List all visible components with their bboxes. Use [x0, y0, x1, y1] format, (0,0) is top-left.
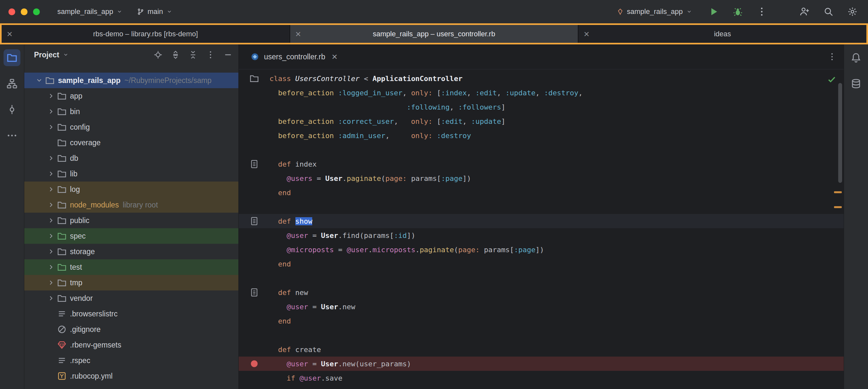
window-tab[interactable]: ×rbs-demo – library.rbs [rbs-demo]: [2, 25, 289, 43]
select-opened-file-button[interactable]: [154, 50, 163, 59]
hide-panel-button[interactable]: [223, 50, 232, 59]
window-tab[interactable]: ×ideas: [578, 25, 866, 43]
project-widget[interactable]: sample_rails_app: [53, 5, 127, 19]
structure-tool-button[interactable]: [4, 75, 21, 92]
tree-item-gitignore[interactable]: .gitignore: [24, 322, 238, 337]
code-line[interactable]: if @user.save: [239, 371, 844, 385]
code-line[interactable]: @user = User.find(params[:id]): [239, 228, 844, 243]
tree-item-public[interactable]: public: [24, 213, 238, 228]
chevron-right-icon[interactable]: [45, 107, 57, 116]
tree-item-browserslistrc[interactable]: .browserslistrc: [24, 306, 238, 322]
chevron-right-icon[interactable]: [45, 278, 57, 287]
tree-item-app[interactable]: app: [24, 88, 238, 104]
code-line[interactable]: end: [239, 314, 844, 328]
code-line[interactable]: class UsersController < ApplicationContr…: [239, 71, 844, 86]
code-line[interactable]: end: [239, 257, 844, 271]
code-line[interactable]: @users = User.paginate(page: params[:pag…: [239, 171, 844, 186]
run-button[interactable]: [707, 4, 721, 19]
editor-scrollbar[interactable]: [838, 83, 842, 183]
code-line[interactable]: def create: [239, 342, 844, 357]
folder-icon[interactable]: [239, 74, 270, 83]
tree-item-coverage[interactable]: coverage: [24, 135, 238, 150]
code-line[interactable]: def index: [239, 157, 844, 171]
tree-item-node_modules[interactable]: node_moduleslibrary root: [24, 197, 238, 213]
tree-item-storage[interactable]: storage: [24, 244, 238, 259]
chevron-right-icon[interactable]: [45, 216, 57, 225]
chevron-right-icon[interactable]: [45, 92, 57, 100]
page-icon[interactable]: [239, 216, 270, 226]
locate-icon: [154, 50, 163, 59]
chevron-down-icon[interactable]: [33, 76, 45, 85]
tree-item-config[interactable]: config: [24, 119, 238, 135]
chevron-right-icon[interactable]: [45, 294, 57, 302]
tree-item-spec[interactable]: spec: [24, 228, 238, 244]
editor-options-button[interactable]: [828, 52, 837, 61]
code-line[interactable]: def show: [239, 214, 844, 228]
expand-all-button[interactable]: [171, 50, 180, 59]
close-tab-button[interactable]: ×: [332, 52, 338, 62]
panel-options-button[interactable]: [206, 50, 215, 59]
gear-icon: [847, 6, 858, 17]
code-line[interactable]: before_action :admin_user, only: :destro…: [239, 128, 844, 143]
chevron-right-icon[interactable]: [45, 263, 57, 271]
chevron-right-icon[interactable]: [45, 170, 57, 178]
more-actions-button[interactable]: [755, 4, 769, 19]
code-line[interactable]: before_action :correct_user, only: [:edi…: [239, 114, 844, 128]
tree-item-sample_rails_app[interactable]: sample_rails_app~/RubymineProjects/samp: [24, 73, 238, 88]
code-with-me-button[interactable]: [797, 4, 812, 19]
code-line[interactable]: end: [239, 186, 844, 200]
minimize-window-button[interactable]: [21, 8, 28, 15]
close-window-button[interactable]: [8, 8, 15, 15]
collapse-all-button[interactable]: [188, 50, 197, 59]
tree-item-rubocopyml[interactable]: .rubocop.yml: [24, 368, 238, 384]
vcs-branch-widget[interactable]: main: [132, 5, 177, 19]
page-icon[interactable]: [239, 287, 270, 297]
run-configuration-selector[interactable]: sample_rails_app: [612, 5, 697, 19]
chevron-right-icon[interactable]: [45, 247, 57, 256]
settings-button[interactable]: [845, 4, 860, 19]
fullscreen-window-button[interactable]: [33, 8, 40, 15]
code-editor[interactable]: class UsersController < ApplicationContr…: [239, 70, 844, 389]
chevron-right-icon[interactable]: [45, 123, 57, 131]
chevron-right-icon[interactable]: [45, 154, 57, 162]
tree-item-tmp[interactable]: tmp: [24, 275, 238, 290]
code-line[interactable]: [239, 271, 844, 285]
code-line[interactable]: [239, 200, 844, 214]
chevron-right-icon[interactable]: [45, 201, 57, 209]
project-view-selector[interactable]: Project: [34, 51, 69, 59]
tree-item-db[interactable]: db: [24, 150, 238, 166]
search-everywhere-button[interactable]: [822, 4, 836, 19]
code-line[interactable]: :following, :followers]: [239, 100, 844, 114]
code-line[interactable]: @user = User.new: [239, 300, 844, 314]
code-line[interactable]: def new: [239, 285, 844, 300]
inspections-status-icon[interactable]: [827, 75, 837, 84]
commit-tool-button[interactable]: [4, 101, 21, 118]
code-text: @user = User.find(params[:id]): [270, 231, 415, 240]
breakpoint-icon[interactable]: [239, 359, 270, 368]
chevron-right-icon[interactable]: [45, 232, 57, 240]
window-tab-close-button[interactable]: ×: [7, 29, 12, 39]
chevron-right-icon[interactable]: [45, 185, 57, 194]
window-tab-close-button[interactable]: ×: [584, 29, 589, 39]
code-line[interactable]: @user = User.new(user_params): [239, 357, 844, 371]
page-icon[interactable]: [239, 159, 270, 169]
window-tab[interactable]: ×sample_rails_app – users_controller.rb: [289, 25, 578, 43]
tree-item-vendor[interactable]: vendor: [24, 290, 238, 306]
code-line[interactable]: @microposts = @user.microposts.paginate(…: [239, 243, 844, 257]
code-line[interactable]: [239, 328, 844, 342]
tree-item-lib[interactable]: lib: [24, 166, 238, 182]
project-tool-button[interactable]: [4, 49, 21, 66]
editor-tab-users-controller[interactable]: users_controller.rb ×: [247, 45, 341, 69]
code-line[interactable]: [239, 143, 844, 157]
debug-button[interactable]: [731, 4, 745, 19]
more-tool-windows-button[interactable]: [4, 127, 21, 144]
tree-item-bin[interactable]: bin: [24, 104, 238, 119]
window-tab-close-button[interactable]: ×: [296, 29, 301, 39]
notifications-button[interactable]: [847, 49, 864, 66]
tree-item-test[interactable]: test: [24, 259, 238, 275]
code-line[interactable]: before_action :logged_in_user, only: [:i…: [239, 86, 844, 100]
database-tool-button[interactable]: [847, 75, 864, 92]
tree-item-rbenv-gemsets[interactable]: .rbenv-gemsets: [24, 337, 238, 353]
tree-item-log[interactable]: log: [24, 182, 238, 197]
tree-item-rspec[interactable]: .rspec: [24, 353, 238, 368]
